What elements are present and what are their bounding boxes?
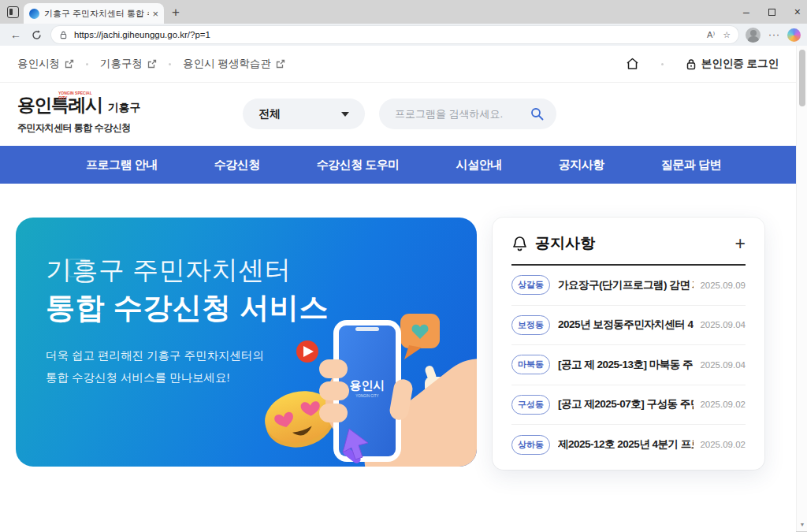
nav-item[interactable]: 질문과 답변 (661, 158, 721, 173)
banner-illustration: 용인시 YONGIN CITY (240, 218, 477, 467)
page-scrollbar[interactable]: ▼ (796, 46, 807, 531)
phone-screen-sublabel: YONGIN CITY (355, 394, 378, 398)
main-navigation: 프로그램 안내 수강신청 수강신청 도우미 시설안내 공지사항 질문과 답변 (0, 146, 796, 184)
banner-desc-line2: 통합 수강신청 서비스를 만나보세요! (46, 370, 230, 385)
copilot-icon[interactable] (787, 28, 801, 42)
bell-icon (511, 235, 528, 252)
browser-menu-icon[interactable]: ··· (768, 29, 780, 40)
notice-panel: 공지사항 + 상갈동 가요장구(단기프로그램) 감면 제외 2025.09.09 (493, 218, 764, 470)
scrollbar-down-arrow[interactable]: ▼ (797, 522, 807, 527)
browser-titlebar: 기흥구 주민자치센터 통합 수강신 × + – × (0, 0, 807, 24)
logo-district-text: 기흥구 (108, 101, 141, 115)
hero-banner[interactable]: 기흥구 주민자치센터 통합 수강신청 서비스 더욱 쉽고 편리해진 기흥구 주민… (16, 218, 477, 467)
tab-actions-icon[interactable] (7, 6, 19, 18)
notice-item[interactable]: 마북동 [공고 제 2025-13호] 마북동 주민… 2025.09.04 (511, 345, 746, 385)
nav-item[interactable]: 시설안내 (456, 158, 502, 173)
browser-addressbar: ← https://jachi.giheunggu.go.kr/?p=1 A⁾ … (0, 24, 807, 46)
notice-title: 공지사항 (535, 233, 735, 254)
separator-dot (86, 63, 88, 65)
notice-item[interactable]: 보정동 2025년 보정동주민자치센터 4분… 2025.09.04 (511, 306, 746, 346)
notice-list: 상갈동 가요장구(단기프로그램) 감면 제외 2025.09.09 보정동 20… (511, 266, 746, 465)
notice-item[interactable]: 상갈동 가요장구(단기프로그램) 감면 제외 2025.09.09 (511, 266, 746, 306)
site-favicon-icon (29, 9, 39, 19)
external-link-icon (276, 59, 285, 69)
external-site-link[interactable]: 용인시청 (17, 57, 74, 71)
login-link[interactable]: 본인인증 로그인 (686, 57, 779, 71)
site-header: 용인특례시 YONGIN SPECIAL CITY 기흥구 주민자치센터 통합 … (0, 83, 796, 146)
logo-subtitle: 주민자치센터 통합 수강신청 (17, 121, 141, 135)
external-site-link[interactable]: 용인시 평생학습관 (183, 57, 285, 71)
notice-item-date: 2025.09.09 (700, 281, 746, 290)
external-site-link[interactable]: 기흥구청 (100, 57, 157, 71)
search-input[interactable] (395, 108, 530, 120)
nav-item[interactable]: 공지사항 (559, 158, 604, 173)
home-icon[interactable] (626, 58, 639, 70)
dong-badge: 구성동 (511, 395, 550, 415)
window-minimize-button[interactable]: – (743, 6, 749, 18)
read-aloud-icon[interactable]: A⁾ (707, 30, 715, 40)
external-link-icon (147, 59, 157, 69)
notice-item-title: 2025년 보정동주민자치센터 4분… (558, 318, 694, 332)
notice-item-title: 제2025-12호 2025년 4분기 프로… (558, 437, 694, 452)
notice-item[interactable]: 상하동 제2025-12호 2025년 4분기 프로… 2025.09.02 (511, 425, 746, 465)
separator-dot (661, 63, 664, 65)
back-icon[interactable]: ← (10, 28, 21, 41)
browser-tab[interactable]: 기흥구 주민자치센터 통합 수강신 × (24, 3, 164, 24)
notice-item-title: [공고 제2025-07호] 구성동 주민… (558, 397, 694, 411)
main-content: 기흥구 주민자치센터 통합 수강신청 서비스 더욱 쉽고 편리해진 기흥구 주민… (0, 184, 796, 532)
url-text[interactable]: https://jachi.giheunggu.go.kr/?p=1 (74, 30, 699, 39)
category-selected-value: 전체 (258, 107, 341, 121)
dong-badge: 마북동 (511, 355, 550, 374)
separator-dot (169, 63, 171, 65)
site-logo[interactable]: 용인특례시 YONGIN SPECIAL CITY 기흥구 주민자치센터 통합 … (17, 93, 141, 135)
notice-item-title: [공고 제 2025-13호] 마북동 주민… (558, 358, 694, 372)
notice-item-date: 2025.09.02 (700, 440, 746, 449)
nav-item[interactable]: 수강신청 도우미 (317, 158, 400, 173)
window-close-button[interactable]: × (794, 6, 801, 18)
category-select[interactable]: 전체 (243, 99, 365, 129)
webpage: 용인시청 기흥구청 (0, 46, 796, 532)
tab-close-icon[interactable]: × (152, 8, 158, 20)
notice-item-title: 가요장구(단기프로그램) 감면 제외 (558, 278, 694, 292)
lock-icon (686, 58, 697, 70)
logo-city-en-text: YONGIN SPECIAL CITY (58, 91, 95, 100)
notice-more-button[interactable]: + (735, 235, 746, 253)
bubble-heart-icon (400, 314, 440, 359)
search-icon[interactable] (530, 107, 544, 121)
nav-item[interactable]: 프로그램 안내 (86, 158, 158, 173)
external-links: 용인시청 기흥구청 (17, 57, 285, 71)
refresh-icon[interactable] (32, 30, 42, 40)
chevron-down-icon (341, 112, 349, 117)
scrollbar-thumb[interactable] (799, 50, 805, 106)
notice-item-date: 2025.09.04 (700, 320, 746, 329)
nav-item[interactable]: 수강신청 (214, 158, 260, 173)
favorite-star-icon[interactable]: ☆ (723, 30, 731, 40)
tab-title: 기흥구 주민자치센터 통합 수강신 (44, 8, 149, 20)
notice-item-date: 2025.09.04 (700, 360, 746, 370)
notice-item[interactable]: 구성동 [공고 제2025-07호] 구성동 주민… 2025.09.02 (511, 385, 746, 426)
phone-screen-label: 용인시 (350, 378, 385, 392)
utility-bar: 용인시청 기흥구청 (0, 46, 796, 83)
url-field[interactable]: https://jachi.giheunggu.go.kr/?p=1 A⁾ ☆ (51, 26, 738, 43)
dong-badge: 보정동 (511, 315, 550, 335)
notice-item-date: 2025.09.02 (700, 400, 746, 409)
play-icon (296, 340, 318, 363)
window-maximize-button[interactable] (768, 9, 775, 16)
dong-badge: 상갈동 (511, 275, 550, 295)
site-info-lock-icon[interactable] (59, 31, 68, 39)
browser-window: 기흥구 주민자치센터 통합 수강신 × + – × ← https://jach… (0, 0, 807, 532)
profile-avatar[interactable] (746, 28, 761, 43)
dong-badge: 상하동 (511, 435, 550, 455)
banner-desc-line1: 더욱 쉽고 편리해진 기흥구 주민차지센터의 (46, 348, 264, 363)
external-link-icon (65, 59, 74, 69)
new-tab-button[interactable]: + (172, 5, 180, 20)
program-search (379, 99, 556, 129)
